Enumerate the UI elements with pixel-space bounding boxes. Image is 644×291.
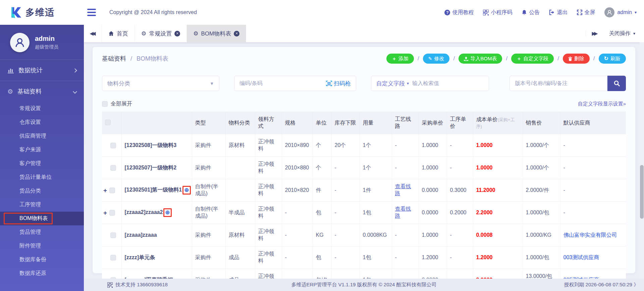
custom-field-display-settings-link[interactable]: 自定义字段显示设置»	[578, 101, 626, 107]
topbar-links: ?使用教程小程序码公告退出全屏admin▾	[444, 7, 644, 17]
添加-button[interactable]: ＋添加	[386, 54, 414, 64]
tab-general-settings[interactable]: ⚙ 常规设置 ×	[135, 25, 187, 42]
view-route-link[interactable]: 查看线路	[395, 206, 411, 219]
自定义字段-button[interactable]: ＋自定义字段	[511, 54, 554, 64]
qr-code-icon	[107, 282, 113, 288]
custom-field-value-input[interactable]	[412, 80, 484, 86]
sidebar-item-常规设置[interactable]: 常规设置	[0, 102, 84, 116]
sidebar-item-数据库还原[interactable]: 数据库还原	[0, 267, 84, 280]
sidebar-item-供应商管理[interactable]: 供应商管理	[0, 129, 84, 143]
topbar-link-fullscreen[interactable]: 全屏	[577, 9, 595, 16]
close-icon[interactable]: ×	[174, 31, 180, 37]
column-header-name	[121, 112, 192, 134]
cell-route: -	[392, 224, 419, 246]
material-name: [zzaaa2]zzaaa2	[125, 209, 163, 215]
sidebar-item-label: 附件管理	[19, 242, 41, 249]
row-checkbox[interactable]	[109, 210, 115, 216]
sidebar-item-BOM物料表[interactable]: BOM物料表	[0, 212, 84, 225]
cell-supplier: -	[560, 157, 626, 179]
row-checkbox[interactable]	[110, 143, 116, 148]
select-all-checkbox[interactable]	[105, 120, 111, 125]
tab-label: 首页	[117, 30, 128, 38]
刷新-button[interactable]: ↻刷新	[599, 54, 626, 64]
column-header-类型: 类型	[192, 112, 225, 134]
sidebar-item-货品分类[interactable]: 货品分类	[0, 184, 84, 198]
view-route-link[interactable]: 查看线路	[395, 184, 411, 196]
material-category-select[interactable]: 物料分类 ▼	[102, 76, 219, 91]
close-icon[interactable]: ×	[234, 31, 239, 37]
copyright-text: Copyright @ 2024 All rights reserved	[109, 9, 197, 15]
cell-process-price: -	[447, 157, 473, 179]
删除-button[interactable]: 删除	[563, 54, 590, 64]
row-checkbox[interactable]	[109, 188, 115, 193]
column-header-库存下限: 库存下限	[331, 112, 360, 134]
sidebar-item-label: 货品管理	[19, 229, 41, 236]
cell-sale-price: 1.0000/包	[523, 246, 560, 269]
topbar-link-notice[interactable]: 公告	[522, 9, 540, 16]
tabs-scroll-right-icon[interactable]: ▶▶	[586, 30, 604, 37]
cell-supplier: -	[560, 179, 626, 202]
main-content: 基础资料 / BOM物料表 ＋添加/✎修改/导入BOM表/＋自定义字段/删除/↻…	[84, 42, 644, 279]
cell-purchase-price: 0.0000	[419, 202, 447, 224]
bom-table: 类型物料分类领料方式规格单位库存下限用量工艺线路采购单价工序单价成本单价(采购+…	[102, 112, 626, 291]
导入BOM表-button[interactable]: 导入BOM表	[459, 54, 502, 64]
topbar-link-tutorial[interactable]: ?使用教程	[444, 9, 474, 16]
annotation-box: ⊕	[182, 186, 191, 195]
cell-name: [12302508]一级物料3	[121, 134, 192, 157]
scan-gun-button[interactable]: 扫码枪	[326, 80, 351, 87]
footer-bar: 多维适ERP管理平台 V1.1.19 版权所有 © 2024 酷宝科技有限公司 …	[84, 279, 644, 291]
cell-select: +	[102, 179, 121, 202]
user-menu[interactable]: admin▾	[604, 7, 637, 17]
cell-sale-price: 1.0000/包	[523, 202, 560, 224]
sidebar-item-仓库设置[interactable]: 仓库设置	[0, 116, 84, 129]
sidebar-item-工序管理[interactable]: 工序管理	[0, 198, 84, 212]
topbar-link-logout[interactable]: 退出	[549, 9, 568, 16]
supplier-link[interactable]: 003测试供应商	[564, 254, 599, 260]
custom-field-select[interactable]: 自定义字段 ▾	[376, 80, 409, 87]
add-child-icon[interactable]: ⊕	[184, 187, 189, 194]
row-checkbox[interactable]	[110, 165, 116, 171]
sidebar-item-附件管理[interactable]: 附件管理	[0, 239, 84, 253]
sidebar-item-客户管理[interactable]: 客户管理	[0, 157, 84, 170]
close-actions-dropdown[interactable]: 关闭操作 ▾	[604, 30, 644, 37]
cell-category: 成品	[225, 246, 255, 269]
row-checkbox[interactable]	[110, 255, 116, 261]
code-barcode-input[interactable]	[239, 80, 323, 86]
row-checkbox[interactable]	[110, 232, 116, 238]
button-label: 导入BOM表	[470, 56, 497, 62]
tabs-scroll-left-icon[interactable]: ◀◀	[84, 25, 102, 42]
cell-spec: 2010×820	[282, 179, 313, 202]
cell-process-price: 0.2000	[447, 202, 473, 224]
sidebar-item-base-data[interactable]: ⚙ 基础资料	[0, 81, 84, 102]
cell-supplier: 003测试供应商	[560, 246, 626, 269]
sidebar-item-label: 货品计量单位	[19, 174, 52, 181]
sidebar-item-data-stats[interactable]: 数据统计	[0, 60, 84, 81]
footer-license: 授权到期 2026-06-08 07:50:29 》	[564, 282, 639, 288]
keyword-search-input[interactable]	[515, 80, 602, 86]
tab-home[interactable]: 首页	[102, 25, 135, 42]
cell-route: -	[392, 157, 419, 179]
expand-row-icon[interactable]: +	[103, 210, 107, 216]
menu-toggle-icon[interactable]	[87, 9, 96, 16]
search-button[interactable]	[607, 76, 626, 91]
add-child-icon[interactable]: ⊕	[165, 209, 170, 216]
sidebar-item-数据库备份[interactable]: 数据库备份	[0, 253, 84, 267]
table-row: [12302508]一级物料3采购件原材料正冲领料2010×890个20个1个-…	[102, 134, 626, 157]
cell-process-price: -	[447, 134, 473, 157]
cell-stock-min: 20个	[331, 134, 360, 157]
caret-down-icon: ▾	[635, 10, 637, 15]
sidebar-item-货品计量单位[interactable]: 货品计量单位	[0, 170, 84, 184]
tab-bom-table[interactable]: ⚙ BOM物料表 ×	[187, 25, 246, 42]
cell-method: 正冲领料	[255, 134, 282, 157]
vertical-scrollbar-thumb[interactable]	[640, 165, 644, 219]
修改-button[interactable]: ✎修改	[423, 54, 450, 64]
supplier-link[interactable]: 佛山富华实业有限公司	[564, 232, 617, 238]
user-menu-label: admin	[617, 9, 632, 15]
expand-all-checkbox[interactable]	[102, 101, 108, 107]
sidebar-item-货品管理[interactable]: 货品管理	[0, 225, 84, 239]
expand-row-icon[interactable]: +	[103, 187, 107, 194]
sidebar-item-客户来源[interactable]: 客户来源	[0, 143, 84, 157]
topbar-link-miniprogram[interactable]: 小程序码	[483, 9, 512, 16]
topbar-link-label: 退出	[557, 9, 568, 16]
cell-supplier: -	[560, 134, 626, 157]
